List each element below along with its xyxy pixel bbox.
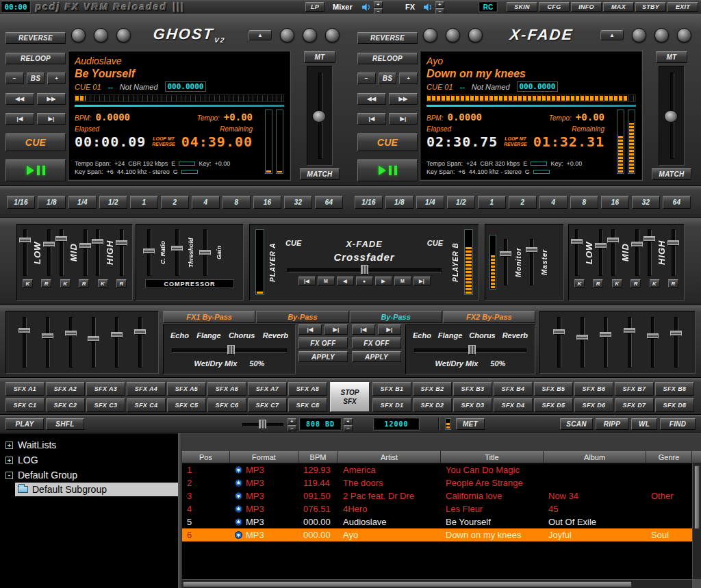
reset-button[interactable]: R (630, 279, 641, 287)
kill-button[interactable]: K (574, 279, 585, 287)
scrollbar-thumb[interactable] (694, 465, 700, 529)
eq-fader[interactable] (643, 228, 655, 277)
waveform-strip[interactable] (426, 94, 636, 102)
deck-knob[interactable] (677, 28, 691, 42)
deck-knob[interactable] (71, 28, 86, 42)
playlist-row[interactable]: 1 MP3 129.93 America You Can Do Magic (182, 463, 701, 476)
prev-track-button[interactable]: |◀ (357, 113, 386, 125)
reset-button[interactable]: R (668, 279, 678, 287)
position-bar[interactable] (426, 105, 636, 107)
deck-knob[interactable] (303, 28, 317, 42)
sfx-d3-button[interactable]: SFX D3 (453, 398, 492, 412)
fx1-next-button[interactable]: ▶| (324, 324, 348, 335)
sfx-b1-button[interactable]: SFX B1 (372, 382, 411, 396)
plus-icon[interactable]: + (288, 418, 296, 424)
fx2-next-button[interactable]: ▶| (378, 324, 401, 335)
loop-1-4-button[interactable]: 1/4 (416, 196, 444, 209)
collapse-icon[interactable]: - (5, 472, 13, 479)
loop-1-8-button[interactable]: 1/8 (38, 196, 66, 209)
eq-fader[interactable] (607, 228, 619, 277)
tree-item-default-subgroup[interactable]: Default Subgroup (15, 483, 178, 496)
eq-fader[interactable] (79, 228, 91, 277)
loop-1-2-button[interactable]: 1/2 (99, 196, 127, 209)
loop-1-16-button[interactable]: 1/16 (355, 196, 383, 209)
sfx-a2-button[interactable]: SFX A2 (46, 382, 85, 396)
fx2-wetdry-fader[interactable] (413, 345, 528, 355)
sfx-c1-button[interactable]: SFX C1 (5, 398, 44, 412)
fx-fader[interactable] (65, 316, 77, 369)
sfx-d5-button[interactable]: SFX D5 (534, 398, 573, 412)
vertical-scrollbar[interactable] (692, 463, 701, 579)
eject-button[interactable]: ▲ (248, 30, 272, 40)
mixer-volume-stepper[interactable]: +− (374, 1, 383, 12)
deck-knob[interactable] (654, 28, 669, 42)
tab-bypass-2[interactable]: By-Pass (350, 311, 442, 323)
tree-item-log[interactable]: +LOG (0, 452, 178, 468)
bs-minus-button[interactable]: − (357, 73, 376, 84)
tab-fx2-bypass[interactable]: FX2 By-Pass (443, 311, 535, 323)
bs-minus-button[interactable]: − (5, 73, 24, 84)
xfade-center-button[interactable]: ● (356, 277, 373, 285)
pitch-fader[interactable] (312, 71, 327, 160)
flange-label[interactable]: Flange (196, 331, 220, 340)
xfade-right-button[interactable]: ▶ (375, 277, 392, 285)
sfx-c8-button[interactable]: SFX C8 (288, 398, 327, 412)
metronome-button[interactable]: MET (456, 418, 485, 430)
sfx-a6-button[interactable]: SFX A6 (207, 382, 246, 396)
reset-button[interactable]: R (79, 279, 89, 287)
bs-button[interactable]: BS (27, 73, 45, 84)
sfx-d2-button[interactable]: SFX D2 (413, 398, 452, 412)
fx-fader[interactable] (670, 316, 682, 369)
loop-32-button[interactable]: 32 (632, 196, 660, 209)
compressor-threshold-fader[interactable] (171, 228, 183, 277)
fx-volume-stepper[interactable]: +− (435, 1, 444, 12)
fx-fader[interactable] (553, 316, 565, 369)
sfx-a5-button[interactable]: SFX A5 (167, 382, 206, 396)
column-header-bpm[interactable]: BPM (298, 451, 338, 463)
find-button[interactable]: FIND (660, 418, 696, 430)
cue-button[interactable]: CUE (357, 133, 418, 151)
scan-button[interactable]: SCAN (560, 418, 593, 430)
deck-knob[interactable] (423, 28, 437, 42)
sfx-c4-button[interactable]: SFX C4 (127, 398, 166, 412)
eq-fader[interactable] (19, 228, 31, 277)
master-tempo-button[interactable]: MT (656, 51, 687, 63)
plus-icon[interactable]: + (344, 418, 353, 424)
expand-icon[interactable]: + (5, 442, 13, 449)
waitlist-button[interactable]: WL (631, 418, 657, 430)
stop-sfx-button[interactable]: STOPSFX (330, 382, 370, 412)
fx-fader[interactable] (111, 316, 123, 369)
plus-icon[interactable]: + (374, 1, 383, 8)
kill-button[interactable]: K (650, 279, 660, 287)
compressor-ratio-fader[interactable] (143, 228, 155, 277)
sfx-b5-button[interactable]: SFX B5 (534, 382, 573, 396)
playlist-row-selected[interactable]: 6 MP3 000.00 Ayo Down on my knees Joyful… (182, 528, 701, 541)
sfx-b3-button[interactable]: SFX B3 (453, 382, 492, 396)
loop-8-button[interactable]: 8 (570, 196, 598, 209)
shuffle-button[interactable]: SHFL (46, 418, 84, 430)
sfx-d1-button[interactable]: SFX D1 (372, 398, 411, 412)
fx-fader[interactable] (624, 316, 635, 369)
sfx-b6-button[interactable]: SFX B6 (574, 382, 613, 396)
sfx-a3-button[interactable]: SFX A3 (86, 382, 125, 396)
rip-button[interactable]: RIPP (596, 418, 628, 430)
xfade-next-button[interactable]: ▶| (413, 277, 431, 285)
next-track-button[interactable]: ▶| (389, 113, 418, 125)
loop-1-8-button[interactable]: 1/8 (385, 196, 413, 209)
eq-fader[interactable] (55, 228, 67, 277)
column-header-artist[interactable]: Artist (338, 451, 441, 463)
kill-button[interactable]: K (60, 279, 71, 287)
master-fader[interactable] (526, 238, 537, 287)
reverse-button[interactable]: REVERSE (357, 32, 418, 44)
bs-plus-button[interactable]: + (47, 73, 66, 84)
eject-button[interactable]: ▲ (600, 30, 624, 40)
config-button[interactable]: CFG (539, 2, 570, 12)
sample-bank-stepper[interactable]: +− (344, 418, 353, 430)
pitch-fader[interactable] (664, 71, 679, 160)
prev-track-button[interactable]: |◀ (5, 113, 34, 125)
fx1-prev-button[interactable]: |◀ (298, 324, 322, 335)
fx1-off-button[interactable]: FX OFF (298, 337, 348, 348)
sfx-a1-button[interactable]: SFX A1 (5, 382, 44, 396)
sfx-a7-button[interactable]: SFX A7 (248, 382, 287, 396)
deck-knob[interactable] (632, 28, 646, 42)
